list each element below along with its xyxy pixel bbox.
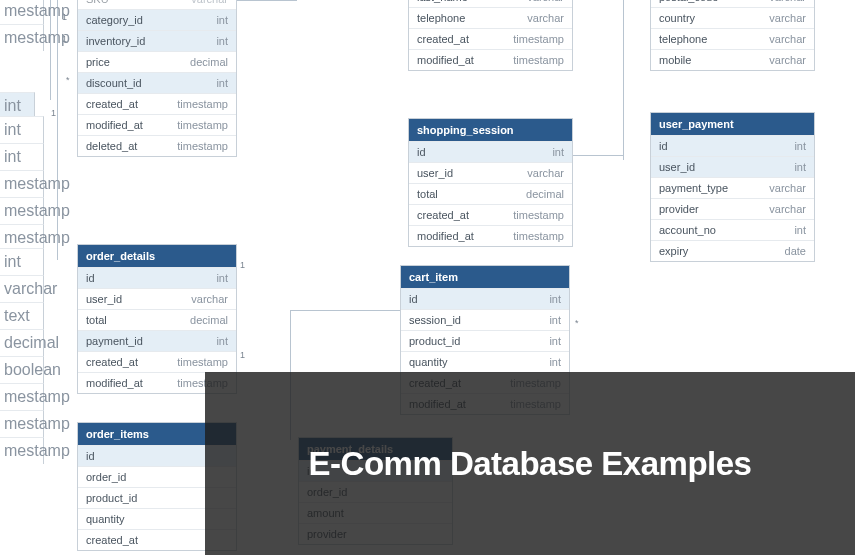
table-header: shopping_session xyxy=(409,119,572,141)
table-row: category_idint xyxy=(78,9,236,30)
partial-table-left-c: int int mestamp mestamp mestamp xyxy=(0,116,44,251)
table-row: providervarchar xyxy=(651,198,814,219)
table-row: mestamp xyxy=(0,24,44,51)
table-row: account_noint xyxy=(651,219,814,240)
table-row: idint xyxy=(78,267,236,288)
table-row: pricedecimal xyxy=(78,51,236,72)
rel-cardinality: 1 xyxy=(51,108,56,118)
table-row: telephonevarchar xyxy=(409,7,572,28)
table-row: mobilevarchar xyxy=(651,49,814,70)
rel-cardinality: 1 xyxy=(240,350,245,360)
table-header: order_details xyxy=(78,245,236,267)
partial-table-left-a: mestamp mestamp xyxy=(0,0,44,51)
table-row: last_namevarchar xyxy=(409,0,572,7)
table-row: mestamp xyxy=(0,410,44,437)
rel-cardinality: * xyxy=(66,75,70,85)
table-row: text xyxy=(0,302,44,329)
table-row: boolean xyxy=(0,356,44,383)
table-row: postal_codevarchar xyxy=(651,0,814,7)
table-row: product_idint xyxy=(401,330,569,351)
table-row: user_idint xyxy=(651,156,814,177)
table-row: created_attimestamp xyxy=(78,93,236,114)
rel-line xyxy=(623,0,624,160)
table-row: idint xyxy=(401,288,569,309)
table-row: quantityint xyxy=(401,351,569,372)
table-row: created_attimestamp xyxy=(409,28,572,49)
rel-line xyxy=(573,155,623,156)
table-header: user_payment xyxy=(651,113,814,135)
rel-line xyxy=(237,0,297,1)
title-overlay: E-Comm Database Examples xyxy=(205,372,855,555)
table-row: totaldecimal xyxy=(78,309,236,330)
table-row: int xyxy=(0,143,44,170)
table-row: int xyxy=(0,116,44,143)
table-row: countryvarchar xyxy=(651,7,814,28)
table-row: session_idint xyxy=(401,309,569,330)
table-row: mestamp xyxy=(0,224,44,251)
table-row: mestamp xyxy=(0,0,44,24)
table-row: mestamp xyxy=(0,437,44,464)
table-row: user_idvarchar xyxy=(409,162,572,183)
table-product-partial: SKUvarchar category_idint inventory_idin… xyxy=(77,0,237,157)
table-address-partial: postal_codevarchar countryvarchar teleph… xyxy=(650,0,815,71)
table-row: mestamp xyxy=(0,197,44,224)
table-row: payment_idint xyxy=(78,330,236,351)
erd-canvas: 1 1 1 * 1 1 * mestamp mestamp int int in… xyxy=(0,0,855,555)
table-row: mestamp xyxy=(0,383,44,410)
table-row: int xyxy=(0,248,44,275)
table-row: created_attimestamp xyxy=(78,351,236,372)
page-title: E-Comm Database Examples xyxy=(309,445,752,483)
table-row: SKUvarchar xyxy=(78,0,236,9)
table-row: expirydate xyxy=(651,240,814,261)
table-row: modified_attimestamp xyxy=(78,114,236,135)
table-header: cart_item xyxy=(401,266,569,288)
table-row: user_idvarchar xyxy=(78,288,236,309)
table-row: payment_typevarchar xyxy=(651,177,814,198)
table-row: telephonevarchar xyxy=(651,28,814,49)
table-row: totaldecimal xyxy=(409,183,572,204)
table-shopping-session: shopping_session idint user_idvarchar to… xyxy=(408,118,573,247)
table-row: modified_attimestamp xyxy=(409,49,572,70)
table-row: deleted_attimestamp xyxy=(78,135,236,156)
rel-cardinality: * xyxy=(575,318,579,328)
table-user-partial: last_namevarchar telephonevarchar create… xyxy=(408,0,573,71)
table-row: discount_idint xyxy=(78,72,236,93)
table-row: idint xyxy=(409,141,572,162)
table-row: mestamp xyxy=(0,170,44,197)
partial-table-left-b: int xyxy=(0,92,35,119)
table-row: created_attimestamp xyxy=(409,204,572,225)
partial-table-left-d: int varchar text decimal boolean mestamp… xyxy=(0,248,44,464)
table-row: modified_attimestamp xyxy=(409,225,572,246)
table-user-payment: user_payment idint user_idint payment_ty… xyxy=(650,112,815,262)
table-row: int xyxy=(0,92,35,119)
table-row: varchar xyxy=(0,275,44,302)
table-row: decimal xyxy=(0,329,44,356)
table-row: idint xyxy=(651,135,814,156)
rel-cardinality: 1 xyxy=(240,260,245,270)
table-row: inventory_idint xyxy=(78,30,236,51)
rel-line xyxy=(290,310,400,311)
